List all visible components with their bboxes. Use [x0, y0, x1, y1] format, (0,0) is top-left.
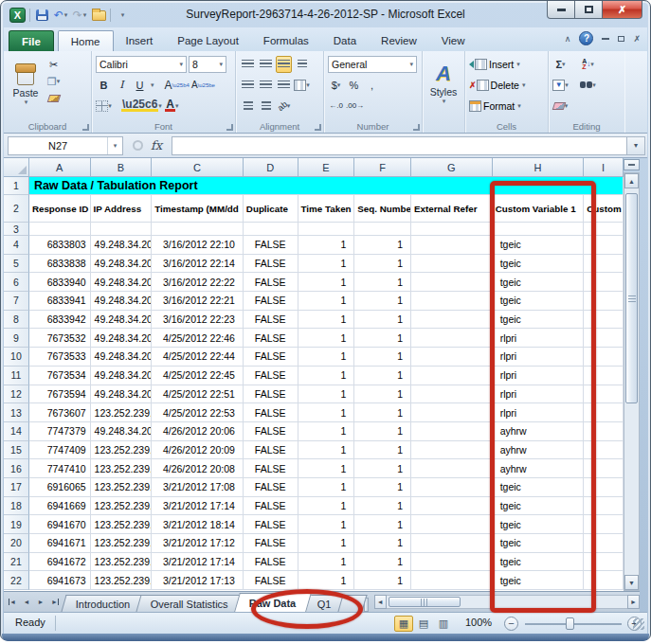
cell[interactable]: 6833942 [29, 311, 91, 330]
cell[interactable] [411, 273, 493, 292]
cell[interactable]: FALSE [244, 329, 298, 348]
column-header-A[interactable]: A [29, 158, 91, 177]
paste-dropdown-icon[interactable]: ▾ [25, 98, 28, 106]
cell[interactable] [584, 311, 624, 330]
cell[interactable]: tgeic [493, 478, 585, 497]
cell[interactable] [411, 497, 493, 516]
cell[interactable] [354, 223, 411, 236]
cell[interactable]: tgeic [493, 311, 585, 330]
row-header-18[interactable]: 18 [4, 497, 29, 516]
row-header-14[interactable]: 14 [4, 422, 29, 441]
ribbon-tab-view[interactable]: View [429, 30, 478, 51]
fill-color-dropdown-icon[interactable]: ▾ [158, 102, 162, 110]
cell[interactable] [411, 403, 493, 422]
cell[interactable] [411, 255, 493, 274]
row-header-13[interactable]: 13 [4, 403, 29, 422]
cell[interactable]: 1 [298, 497, 355, 516]
row-header-10[interactable]: 10 [4, 348, 29, 367]
cell[interactable]: ayhrw [493, 459, 585, 478]
cell[interactable]: tgeic [493, 255, 585, 274]
resize-grip[interactable] [633, 618, 644, 630]
cell[interactable]: 3/16/2012 22:23 [152, 311, 244, 330]
horizontal-scrollbar[interactable]: ◄ ► [374, 592, 640, 612]
column-header-H[interactable]: H [493, 158, 585, 177]
insert-function-button[interactable]: fx [151, 138, 162, 152]
row-header-9[interactable]: 9 [4, 329, 29, 348]
font-color-dropdown-icon[interactable]: ▾ [175, 102, 179, 110]
zoom-slider-thumb[interactable] [566, 617, 574, 630]
cell[interactable]: 3/21/2012 17:14 [152, 497, 244, 516]
sheet-tab-overall-statistics[interactable]: Overall Statistics [136, 595, 244, 612]
page-layout-view-button[interactable]: ▤ [414, 616, 433, 632]
zoom-level[interactable]: 100% [465, 617, 492, 628]
cell[interactable] [411, 348, 493, 367]
wrap-text-button[interactable] [294, 56, 310, 73]
cell[interactable] [584, 422, 624, 441]
find-select-button[interactable]: ▾ [580, 77, 596, 94]
cell[interactable] [411, 534, 493, 553]
cell[interactable]: 1 [298, 441, 355, 460]
cell[interactable]: 123.252.239. [91, 534, 153, 553]
cell[interactable]: 1 [298, 385, 355, 404]
cell[interactable]: 6941671 [29, 534, 91, 553]
ribbon-tab-file[interactable]: File [9, 30, 54, 51]
close-button[interactable]: ✗ [603, 1, 642, 19]
cell[interactable]: 6833838 [29, 255, 91, 274]
cell[interactable]: 123.252.239. [91, 497, 153, 516]
cell[interactable] [411, 553, 493, 572]
clipboard-dialog-launcher-icon[interactable] [82, 124, 89, 131]
column-title-cell[interactable]: Custom V [584, 195, 624, 223]
row-header-16[interactable]: 16 [4, 459, 29, 478]
cell[interactable] [584, 571, 624, 590]
top-align-button[interactable] [240, 56, 256, 73]
middle-align-button[interactable] [258, 56, 274, 73]
decrease-indent-button[interactable] [240, 98, 256, 115]
font-family-select[interactable]: Calibri▾ [96, 56, 187, 73]
italic-button[interactable]: I [114, 77, 130, 94]
cell[interactable] [411, 441, 493, 460]
cell[interactable] [584, 348, 624, 367]
clear-button[interactable]: ▾ [552, 98, 569, 115]
cell[interactable] [411, 223, 493, 236]
cell[interactable] [493, 223, 585, 236]
cell[interactable]: ayhrw [493, 441, 585, 460]
expand-formula-bar-icon[interactable]: ▾ [626, 136, 645, 155]
cell[interactable]: rlpri [493, 348, 585, 367]
copy-button[interactable]: ❐▾ [45, 73, 62, 90]
font-size-select[interactable]: 8▾ [189, 56, 226, 73]
column-header-B[interactable]: B [91, 158, 153, 177]
partial-sheet-tab[interactable] [337, 595, 367, 612]
horizontal-scroll-track[interactable] [387, 595, 627, 609]
open-button[interactable] [91, 7, 106, 24]
scroll-left-button[interactable]: ◄ [374, 595, 387, 609]
cell[interactable]: 123.252.239. [91, 459, 153, 478]
cell[interactable]: 6941672 [29, 553, 91, 572]
cell[interactable] [411, 478, 493, 497]
cell[interactable]: 3/16/2012 22:22 [152, 273, 244, 292]
row-header-7[interactable]: 7 [4, 292, 29, 311]
column-title-cell[interactable]: Timestamp (MM/dd [152, 195, 244, 223]
cell[interactable]: 1 [298, 311, 355, 330]
accounting-format-button[interactable]: $▾ [328, 77, 344, 94]
cell[interactable]: 3/16/2012 22:21 [152, 292, 244, 311]
cell[interactable]: 1 [298, 348, 355, 367]
cell[interactable] [584, 497, 624, 516]
column-title-cell[interactable]: External Refer [411, 195, 493, 223]
cell[interactable]: 1 [354, 329, 411, 348]
cell[interactable]: 6941673 [29, 571, 91, 590]
restore-button[interactable] [575, 1, 603, 19]
cell[interactable] [411, 311, 493, 330]
paste-button[interactable]: Paste ▾ [6, 53, 45, 117]
number-format-select[interactable]: General▾ [328, 56, 417, 73]
cell[interactable]: 1 [354, 553, 411, 572]
scroll-down-button[interactable]: ▼ [624, 575, 639, 590]
number-dialog-launcher-icon[interactable] [413, 124, 420, 131]
cell[interactable]: 7673594 [29, 385, 91, 404]
ribbon-tab-insert[interactable]: Insert [114, 30, 166, 51]
format-dropdown-icon[interactable]: ▾ [517, 102, 521, 110]
cell[interactable] [411, 385, 493, 404]
name-box[interactable]: N27 ▾ [8, 136, 123, 155]
cell[interactable]: FALSE [244, 255, 298, 274]
cell[interactable]: 1 [354, 403, 411, 422]
cell[interactable]: 49.248.34.20 [91, 422, 153, 441]
